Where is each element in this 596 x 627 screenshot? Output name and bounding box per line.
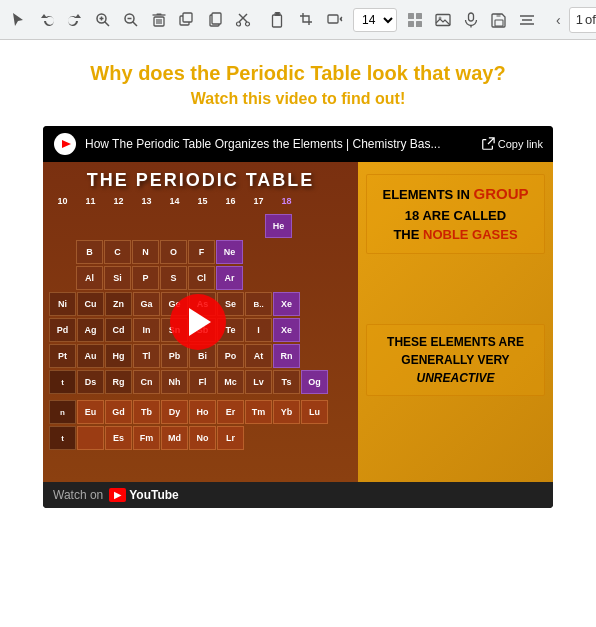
copy-link-label: Copy link xyxy=(498,138,543,150)
svg-rect-24 xyxy=(328,15,338,23)
video-thumbnail: THE PERIODIC TABLE 10 11 12 13 14 15 16 … xyxy=(43,162,553,482)
svg-rect-34 xyxy=(497,14,501,17)
delete-button[interactable] xyxy=(146,8,172,32)
info-box-1: ELEMENTS IN GROUP 18 ARE CALLED THE NOBL… xyxy=(366,174,545,254)
svg-rect-29 xyxy=(436,14,450,25)
video-top-bar: How The Periodic Table Organizes the Ele… xyxy=(43,126,553,162)
toolbar: 14 ‹ 1 of 3 ▼ › ⋮ Get My Score xyxy=(0,0,596,40)
zoom-out-button[interactable] xyxy=(118,8,144,32)
svg-rect-21 xyxy=(273,15,282,27)
svg-point-20 xyxy=(246,22,250,26)
svg-rect-25 xyxy=(408,13,414,19)
watch-on-label: Watch on xyxy=(53,488,103,502)
video-bottom-bar: Watch on ▶ YouTube xyxy=(43,482,553,508)
page-current: 1 xyxy=(576,12,583,27)
copy-button[interactable] xyxy=(202,8,228,32)
cut-button[interactable] xyxy=(230,8,256,32)
slide-subtitle: Watch this video to find out! xyxy=(191,90,406,108)
youtube-icon-small: ▶ xyxy=(109,488,126,502)
video-title: How The Periodic Table Organizes the Ele… xyxy=(85,137,473,151)
page-of: of xyxy=(585,12,596,27)
undo-button[interactable] xyxy=(34,8,60,32)
zoom-in-button[interactable] xyxy=(90,8,116,32)
svg-rect-27 xyxy=(408,21,414,27)
copy-link-button[interactable]: Copy link xyxy=(481,137,543,151)
svg-rect-9 xyxy=(157,13,162,15)
svg-rect-14 xyxy=(183,13,192,22)
slide-title: Why does the Periodic Table look that wa… xyxy=(90,60,505,86)
video-container[interactable]: How The Periodic Table Organizes the Ele… xyxy=(43,126,553,508)
svg-rect-28 xyxy=(416,21,422,27)
youtube-logo: ▶ YouTube xyxy=(109,488,179,502)
page-info: 1 of 3 ▼ xyxy=(569,7,596,33)
redo-button[interactable] xyxy=(62,8,88,32)
slide-number-select[interactable]: 14 xyxy=(353,8,397,32)
duplicate-button[interactable] xyxy=(174,8,200,32)
crop-button[interactable] xyxy=(294,8,320,32)
pointer-tool-button[interactable] xyxy=(6,8,32,32)
svg-rect-26 xyxy=(416,13,422,19)
svg-point-19 xyxy=(237,22,241,26)
slide-content: Why does the Periodic Table look that wa… xyxy=(0,40,596,518)
svg-rect-31 xyxy=(469,13,474,21)
svg-line-1 xyxy=(105,21,110,26)
resize-button[interactable] xyxy=(322,8,348,32)
more-options-button[interactable] xyxy=(514,8,540,32)
nav-prev-button[interactable]: ‹ xyxy=(550,8,567,32)
svg-line-5 xyxy=(133,21,138,26)
image-button[interactable] xyxy=(430,8,456,32)
layout-button[interactable] xyxy=(402,8,428,32)
info-box-2: THESE ELEMENTS ARE GENERALLY VERY UNREAC… xyxy=(366,324,545,396)
save-button[interactable] xyxy=(486,8,512,32)
pt-overlay-title: THE PERIODIC TABLE xyxy=(43,170,358,191)
paste-button[interactable] xyxy=(266,8,292,32)
audio-button[interactable] xyxy=(458,8,484,32)
svg-rect-16 xyxy=(212,13,221,24)
play-button[interactable] xyxy=(170,294,226,350)
svg-rect-33 xyxy=(495,20,503,26)
youtube-icon xyxy=(53,132,77,156)
